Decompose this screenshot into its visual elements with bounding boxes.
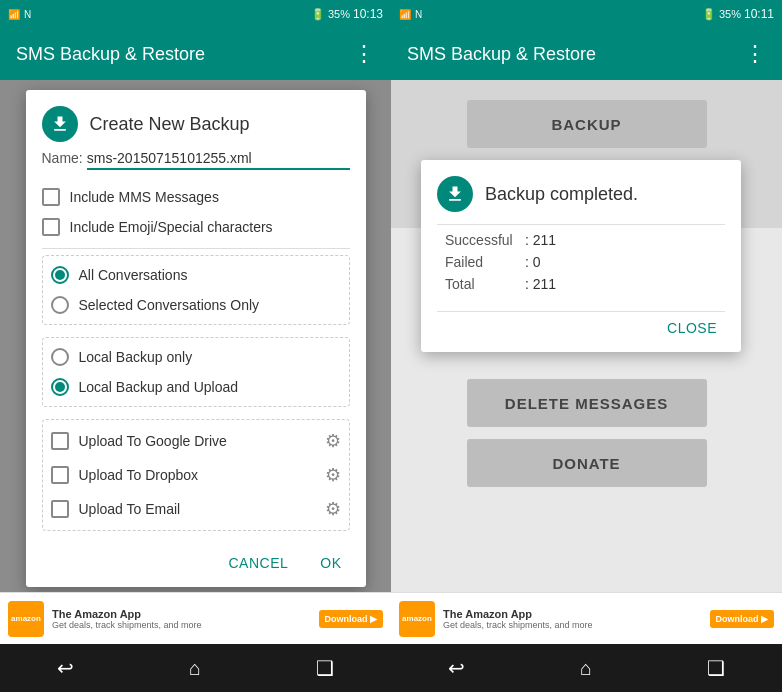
left-back-btn[interactable]: ↩	[37, 648, 94, 688]
left-nfc-icon: N	[24, 9, 31, 20]
stat-total: Total : 211	[445, 273, 717, 295]
right-menu-icon[interactable]: ⋮	[744, 41, 766, 67]
donate-button[interactable]: DONATE	[467, 439, 707, 487]
left-home-btn[interactable]: ⌂	[169, 649, 221, 688]
local-only-row[interactable]: Local Backup only	[51, 342, 341, 372]
right-ad-logo: amazon	[399, 601, 435, 637]
left-ad-text: The Amazon App Get deals, track shipment…	[52, 608, 311, 630]
right-battery-icon: 🔋	[702, 8, 716, 21]
right-home-btn[interactable]: ⌂	[560, 649, 612, 688]
create-backup-dialog: Create New Backup Name: sms-201507151012…	[26, 90, 366, 587]
left-app-title: SMS Backup & Restore	[16, 44, 353, 65]
include-mms-checkbox[interactable]	[42, 188, 60, 206]
left-status-right: 🔋 35% 10:13	[311, 7, 383, 21]
stat-total-value: : 211	[525, 276, 556, 292]
left-status-bar: 📶 N 🔋 35% 10:13	[0, 0, 391, 28]
include-emoji-checkbox[interactable]	[42, 218, 60, 236]
left-app-bar: SMS Backup & Restore ⋮	[0, 28, 391, 80]
right-time: 10:11	[744, 7, 774, 21]
local-and-upload-row[interactable]: Local Backup and Upload	[51, 372, 341, 402]
selected-conversations-label: Selected Conversations Only	[79, 297, 260, 313]
dialog-backup-icon	[42, 106, 78, 142]
left-sim-icon: 📶	[8, 9, 20, 20]
right-back-btn[interactable]: ↩	[428, 648, 485, 688]
left-menu-icon[interactable]: ⋮	[353, 41, 375, 67]
left-phone-panel: 📶 N 🔋 35% 10:13 SMS Backup & Restore ⋮	[0, 0, 391, 692]
right-main-content: BACKUP RESTORE Backup completed. Success…	[391, 80, 782, 592]
google-drive-checkbox[interactable]	[51, 432, 69, 450]
include-emoji-row[interactable]: Include Emoji/Special characters	[42, 212, 350, 242]
backup-name-row: Name: sms-20150715101255.xml	[42, 150, 350, 170]
backup-name-value: sms-20150715101255.xml	[87, 150, 350, 170]
all-conversations-radio[interactable]	[51, 266, 69, 284]
right-phone-panel: 📶 N 🔋 35% 10:11 SMS Backup & Restore ⋮ B…	[391, 0, 782, 692]
right-battery-pct: 35%	[719, 8, 741, 20]
email-gear-icon[interactable]: ⚙	[325, 498, 341, 520]
right-app-bar: SMS Backup & Restore ⋮	[391, 28, 782, 80]
dialog-title: Create New Backup	[90, 114, 250, 135]
include-mms-row[interactable]: Include MMS Messages	[42, 182, 350, 212]
all-conversations-row[interactable]: All Conversations	[51, 260, 341, 290]
stat-successful-label: Successful	[445, 232, 525, 248]
right-ad-title: The Amazon App	[443, 608, 702, 620]
google-drive-label: Upload To Google Drive	[79, 433, 227, 449]
location-section: Local Backup only Local Backup and Uploa…	[42, 337, 350, 407]
google-drive-gear-icon[interactable]: ⚙	[325, 430, 341, 452]
upload-email-row[interactable]: Upload To Email ⚙	[51, 492, 341, 526]
left-ad-title: The Amazon App	[52, 608, 311, 620]
completed-icon	[437, 176, 473, 212]
right-nfc-icon: N	[415, 9, 422, 20]
right-ad-download-btn[interactable]: Download ▶	[710, 610, 775, 628]
right-app-title: SMS Backup & Restore	[407, 44, 744, 65]
completed-actions: CLOSE	[421, 312, 741, 352]
dialog-body: Name: sms-20150715101255.xml Include MMS…	[26, 150, 366, 543]
name-label: Name:	[42, 150, 83, 166]
dropbox-gear-icon[interactable]: ⚙	[325, 464, 341, 486]
ok-button[interactable]: OK	[312, 551, 349, 575]
left-recent-btn[interactable]: ❑	[296, 648, 354, 688]
right-bottom-nav: ↩ ⌂ ❑	[391, 644, 782, 692]
local-only-radio[interactable]	[51, 348, 69, 366]
upload-dropbox-row[interactable]: Upload To Dropbox ⚙	[51, 458, 341, 492]
upload-google-drive-row[interactable]: Upload To Google Drive ⚙	[51, 424, 341, 458]
stat-failed: Failed : 0	[445, 251, 717, 273]
dialog-header: Create New Backup	[26, 90, 366, 150]
local-and-upload-radio[interactable]	[51, 378, 69, 396]
left-ad-brand: amazon	[11, 614, 41, 624]
include-mms-label: Include MMS Messages	[70, 189, 219, 205]
dialog-overlay: Create New Backup Name: sms-201507151012…	[0, 80, 391, 592]
right-ad-subtitle: Get deals, track shipments, and more	[443, 620, 702, 630]
completed-body: Successful : 211 Failed : 0 Total : 211	[421, 225, 741, 311]
right-recent-btn[interactable]: ❑	[687, 648, 745, 688]
cancel-button[interactable]: CANCEL	[220, 551, 296, 575]
completed-header: Backup completed.	[421, 160, 741, 224]
left-battery-icon: 🔋	[311, 8, 325, 21]
scope-section: All Conversations Selected Conversations…	[42, 255, 350, 325]
selected-conversations-row[interactable]: Selected Conversations Only	[51, 290, 341, 320]
left-ad-download-btn[interactable]: Download ▶	[319, 610, 384, 628]
local-only-label: Local Backup only	[79, 349, 193, 365]
right-status-icons: 📶 N	[399, 9, 422, 20]
all-conversations-label: All Conversations	[79, 267, 188, 283]
left-time: 10:13	[353, 7, 383, 21]
right-status-right: 🔋 35% 10:11	[702, 7, 774, 21]
completed-dialog: Backup completed. Successful : 211 Faile…	[421, 160, 741, 352]
email-checkbox[interactable]	[51, 500, 69, 518]
stat-successful-value: : 211	[525, 232, 556, 248]
stat-successful: Successful : 211	[445, 229, 717, 251]
right-status-bar: 📶 N 🔋 35% 10:11	[391, 0, 782, 28]
dropbox-checkbox[interactable]	[51, 466, 69, 484]
stat-total-label: Total	[445, 276, 525, 292]
delete-messages-button[interactable]: DELETE MESSAGES	[467, 379, 707, 427]
stat-failed-value: : 0	[525, 254, 541, 270]
completed-title: Backup completed.	[485, 184, 638, 205]
selected-conversations-radio[interactable]	[51, 296, 69, 314]
left-bottom-nav: ↩ ⌂ ❑	[0, 644, 391, 692]
left-main-content: Create New Backup Name: sms-201507151012…	[0, 80, 391, 592]
close-button[interactable]: CLOSE	[659, 316, 725, 340]
left-status-icons: 📶 N	[8, 9, 31, 20]
right-ad-text: The Amazon App Get deals, track shipment…	[443, 608, 702, 630]
upload-section: Upload To Google Drive ⚙ Upload To Dropb…	[42, 419, 350, 531]
divider-1	[42, 248, 350, 249]
backup-button[interactable]: BACKUP	[467, 100, 707, 148]
